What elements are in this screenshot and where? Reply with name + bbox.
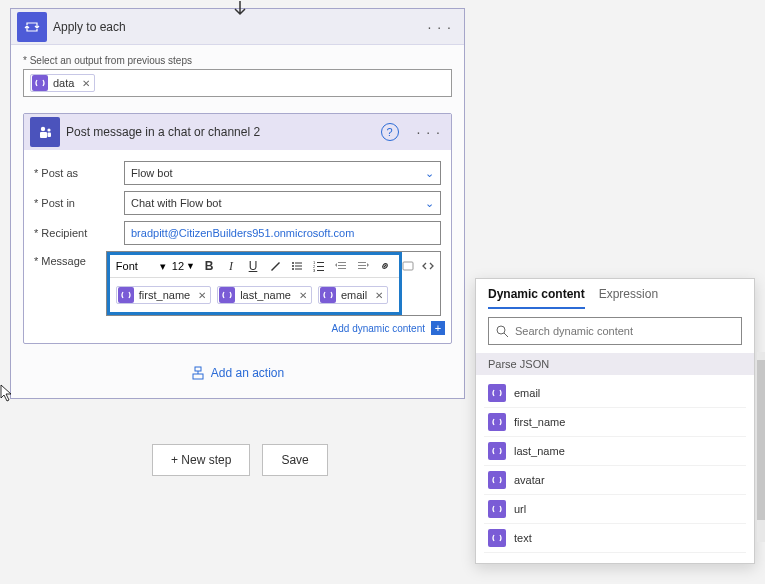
panel-scrollbar[interactable] (757, 352, 765, 542)
teams-icon (30, 117, 60, 147)
svg-rect-5 (295, 263, 302, 264)
first-name-pill[interactable]: first_name ✕ (116, 286, 211, 304)
svg-rect-7 (295, 266, 302, 267)
toggle-view-button[interactable] (400, 258, 416, 274)
recipient-input[interactable]: bradpitt@CitizenBuilders951.onmicrosoft.… (124, 221, 441, 245)
add-action-button[interactable]: Add an action (23, 344, 452, 388)
bold-button[interactable]: B (201, 258, 217, 274)
post-message-menu[interactable]: · · · (407, 124, 451, 140)
svg-point-0 (41, 127, 45, 131)
chevron-down-icon: ⌄ (425, 197, 434, 210)
pill-remove[interactable]: ✕ (78, 78, 94, 89)
add-action-icon (191, 366, 205, 380)
svg-rect-20 (358, 265, 366, 266)
dynamic-content-icon (219, 287, 235, 303)
rich-toolbar: Font▾ 12▼ B I U 123 (110, 255, 399, 278)
dyn-item-url[interactable]: url (484, 495, 746, 524)
search-dynamic-content[interactable] (488, 317, 742, 345)
svg-rect-13 (317, 266, 324, 267)
italic-button[interactable]: I (223, 258, 239, 274)
svg-rect-19 (358, 262, 366, 263)
pill-remove[interactable]: ✕ (295, 290, 311, 301)
bulleted-list-button[interactable] (289, 258, 305, 274)
svg-rect-25 (193, 374, 203, 379)
svg-rect-9 (295, 269, 302, 270)
dynamic-content-icon (488, 500, 506, 518)
underline-button[interactable]: U (245, 258, 261, 274)
dynamic-content-icon (320, 287, 336, 303)
apply-to-each-title: Apply to each (53, 20, 416, 34)
dyn-item-avatar[interactable]: avatar (484, 466, 746, 495)
indent-button[interactable] (355, 258, 371, 274)
svg-rect-16 (338, 262, 346, 263)
message-editor[interactable]: Font▾ 12▼ B I U 123 (106, 251, 441, 316)
new-step-button[interactable]: + New step (152, 444, 250, 476)
dynamic-content-icon (488, 384, 506, 402)
dyn-item-first-name[interactable]: first_name (484, 408, 746, 437)
svg-rect-15 (317, 270, 324, 271)
dynamic-content-panel: Dynamic content Expression Parse JSON em… (475, 278, 755, 564)
dyn-item-last-name[interactable]: last_name (484, 437, 746, 466)
search-input[interactable] (515, 325, 735, 337)
svg-rect-3 (48, 133, 52, 138)
post-message-title: Post message in a chat or channel 2 (66, 125, 381, 139)
dynamic-content-icon (488, 471, 506, 489)
post-message-card: Post message in a chat or channel 2 ? · … (23, 113, 452, 344)
outdent-button[interactable] (333, 258, 349, 274)
svg-text:3: 3 (313, 268, 316, 272)
dyn-item-email[interactable]: email (484, 379, 746, 408)
recipient-label: * Recipient (34, 227, 124, 239)
svg-rect-23 (195, 367, 201, 371)
apply-to-each-card: Apply to each · · · * Select an output f… (10, 8, 465, 399)
chevron-down-icon: ⌄ (425, 167, 434, 180)
post-as-label: * Post as (34, 167, 124, 179)
tab-expression[interactable]: Expression (599, 287, 658, 309)
dynamic-content-icon (32, 75, 48, 91)
data-pill[interactable]: data ✕ (30, 74, 95, 92)
svg-rect-2 (40, 132, 47, 138)
link-button[interactable] (377, 258, 393, 274)
svg-rect-17 (338, 265, 346, 266)
pill-remove[interactable]: ✕ (371, 290, 387, 301)
numbered-list-button[interactable]: 123 (311, 258, 327, 274)
dynamic-content-icon (488, 442, 506, 460)
font-select[interactable]: Font▾ (116, 260, 166, 273)
svg-rect-22 (403, 262, 413, 270)
save-button[interactable]: Save (262, 444, 327, 476)
help-icon[interactable]: ? (381, 123, 399, 141)
tab-dynamic-content[interactable]: Dynamic content (488, 287, 585, 309)
plus-icon: + (431, 321, 445, 335)
select-output-input[interactable]: data ✕ (23, 69, 452, 97)
dynamic-content-icon (488, 413, 506, 431)
loop-icon (17, 12, 47, 42)
message-label: * Message (34, 251, 106, 267)
dynamic-content-icon (118, 287, 134, 303)
section-parse-json: Parse JSON (476, 353, 754, 375)
svg-point-6 (292, 265, 294, 267)
svg-point-26 (497, 326, 505, 334)
post-in-label: * Post in (34, 197, 124, 209)
post-as-select[interactable]: Flow bot ⌄ (124, 161, 441, 185)
select-output-label: * Select an output from previous steps (23, 55, 452, 66)
search-icon (495, 324, 509, 338)
post-in-select[interactable]: Chat with Flow bot ⌄ (124, 191, 441, 215)
email-pill[interactable]: email ✕ (318, 286, 388, 304)
svg-line-27 (504, 333, 508, 337)
message-body[interactable]: first_name ✕ last_name ✕ (110, 278, 399, 312)
apply-to-each-menu[interactable]: · · · (416, 19, 464, 35)
add-dynamic-content-link[interactable]: Add dynamic content + (24, 319, 451, 337)
svg-rect-18 (338, 268, 346, 269)
pill-remove[interactable]: ✕ (194, 290, 210, 301)
svg-rect-11 (317, 262, 324, 263)
svg-point-1 (47, 128, 50, 131)
code-view-button[interactable] (420, 258, 436, 274)
svg-point-8 (292, 268, 294, 270)
font-size-select[interactable]: 12▼ (172, 260, 195, 272)
dynamic-content-icon (488, 529, 506, 547)
svg-point-4 (292, 262, 294, 264)
last-name-pill[interactable]: last_name ✕ (217, 286, 312, 304)
svg-rect-21 (358, 268, 366, 269)
flow-arrow-down-icon (232, 0, 248, 18)
dyn-item-text[interactable]: text (484, 524, 746, 553)
highlight-button[interactable] (267, 258, 283, 274)
